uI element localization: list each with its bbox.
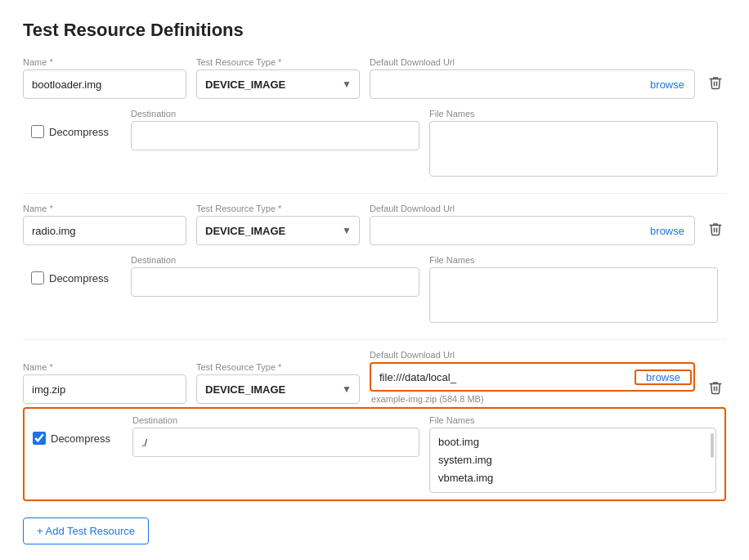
delete-button-2[interactable] [705, 218, 726, 244]
type-field-group-2: Test Resource Type * DEVICE_IMAGEDEVICE_… [196, 204, 360, 245]
destination-input-3[interactable] [132, 428, 419, 457]
type-select-wrap-1: DEVICE_IMAGEDEVICE_SCRIPTHOST_BINARY ▼ [196, 69, 360, 99]
name-field-group-1: Name * [23, 57, 186, 99]
name-input-1[interactable] [23, 69, 186, 99]
type-field-group-1: Test Resource Type * DEVICE_IMAGEDEVICE_… [196, 57, 360, 99]
name-input-2[interactable] [23, 216, 186, 245]
type-field-group-3: Test Resource Type * DEVICE_IMAGEDEVICE_… [196, 362, 360, 404]
add-test-resource-button[interactable]: + Add Test Resource [23, 517, 149, 544]
decompress-check-wrap-2: Decompress [31, 255, 121, 284]
destination-label-1: Destination [131, 109, 419, 119]
url-field-wrap-3: Default Download Url browse example-img.… [370, 350, 695, 404]
url-label-3: Default Download Url [370, 350, 695, 360]
filenames-label-2: File Names [429, 255, 718, 265]
resource-block-2: Name * Test Resource Type * DEVICE_IMAGE… [23, 204, 726, 340]
resources-container: Name * Test Resource Type * DEVICE_IMAGE… [23, 57, 726, 501]
resource-block-1: Name * Test Resource Type * DEVICE_IMAGE… [23, 57, 726, 194]
type-select-2[interactable]: DEVICE_IMAGEDEVICE_SCRIPTHOST_BINARY [196, 216, 360, 245]
delete-button-1[interactable] [705, 72, 726, 97]
type-select-1[interactable]: DEVICE_IMAGEDEVICE_SCRIPTHOST_BINARY [196, 69, 360, 99]
scrollbar-3[interactable] [711, 433, 714, 458]
url-input-wrap-2: browse [370, 216, 695, 245]
decompress-row-2: Decompress Destination File Names [23, 249, 726, 329]
browse-button-3[interactable]: browse [635, 370, 692, 385]
decompress-checkbox-2[interactable] [31, 271, 44, 284]
destination-wrap-2: Destination [131, 255, 419, 297]
name-label-3: Name * [23, 362, 186, 372]
name-label-1: Name * [23, 57, 186, 67]
url-label-1: Default Download Url [370, 57, 695, 67]
decompress-check-wrap-3: Decompress [33, 415, 123, 445]
destination-wrap-1: Destination [131, 109, 419, 150]
decompress-checkbox-1[interactable] [31, 125, 44, 138]
type-label-2: Test Resource Type * [196, 204, 360, 213]
decompress-label-3: Decompress [51, 432, 110, 445]
name-field-group-3: Name * [23, 362, 186, 404]
destination-wrap-3: Destination [132, 415, 419, 457]
filenames-box-3: boot.imgsystem.imgvbmeta.img [429, 428, 716, 493]
destination-input-2[interactable] [131, 267, 419, 297]
type-label-3: Test Resource Type * [196, 362, 360, 372]
filenames-wrap-2: File Names [429, 255, 718, 323]
decompress-label-2: Decompress [49, 272, 109, 284]
destination-input-1[interactable] [131, 121, 419, 150]
url-input-3[interactable] [371, 366, 633, 388]
browse-button-1[interactable]: browse [640, 78, 694, 91]
url-hint-3: example-img.zip (584.8 MB) [370, 394, 695, 404]
filenames-wrap-3: File Names boot.imgsystem.imgvbmeta.img [429, 415, 716, 493]
type-select-3[interactable]: DEVICE_IMAGEDEVICE_SCRIPTHOST_BINARY [196, 374, 360, 404]
decompress-label-1: Decompress [49, 126, 109, 138]
url-input-1[interactable] [370, 74, 640, 96]
decompress-check-wrap-1: Decompress [31, 109, 121, 138]
url-input-wrap-3: browse [370, 362, 695, 392]
url-input-2[interactable] [370, 220, 640, 242]
filenames-box-2 [429, 267, 718, 323]
resource-block-3: Name * Test Resource Type * DEVICE_IMAGE… [23, 350, 726, 501]
type-label-1: Test Resource Type * [196, 57, 360, 67]
page-title: Test Resource Definitions [23, 20, 726, 41]
destination-label-2: Destination [131, 255, 419, 265]
type-select-wrap-3: DEVICE_IMAGEDEVICE_SCRIPTHOST_BINARY ▼ [196, 374, 360, 404]
name-label-2: Name * [23, 204, 186, 213]
name-input-3[interactable] [23, 374, 186, 404]
url-field-wrap-2: Default Download Url browse [370, 204, 695, 245]
destination-label-3: Destination [132, 415, 419, 425]
resource-row-2: Name * Test Resource Type * DEVICE_IMAGE… [23, 204, 726, 245]
filenames-box-1 [429, 121, 718, 177]
decompress-checkbox-3[interactable] [33, 432, 46, 445]
resource-row-3: Name * Test Resource Type * DEVICE_IMAGE… [23, 350, 726, 404]
browse-button-2[interactable]: browse [640, 225, 694, 237]
delete-button-3[interactable] [705, 377, 726, 402]
url-field-wrap-1: Default Download Url browse [370, 57, 695, 99]
decompress-row-3: Decompress Destination File Names boot.i… [23, 407, 726, 501]
name-field-group-2: Name * [23, 204, 186, 245]
filenames-wrap-1: File Names [429, 109, 718, 177]
type-select-wrap-2: DEVICE_IMAGEDEVICE_SCRIPTHOST_BINARY ▼ [196, 216, 360, 245]
resource-row-1: Name * Test Resource Type * DEVICE_IMAGE… [23, 57, 726, 99]
decompress-row-1: Decompress Destination File Names [23, 102, 726, 183]
url-label-2: Default Download Url [370, 204, 695, 213]
filenames-label-3: File Names [429, 415, 716, 425]
filenames-label-1: File Names [429, 109, 718, 119]
url-input-wrap-1: browse [370, 69, 695, 99]
